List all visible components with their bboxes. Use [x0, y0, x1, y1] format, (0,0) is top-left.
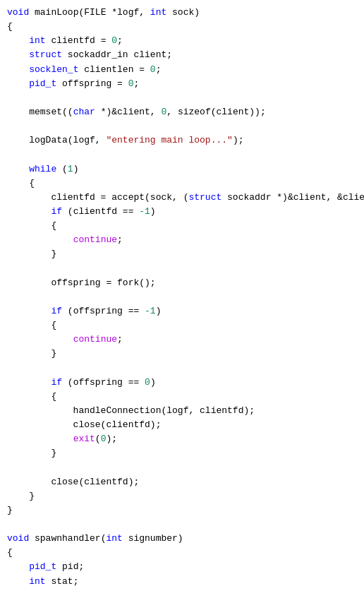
token: int	[150, 7, 166, 18]
token	[7, 377, 51, 388]
token: }	[7, 491, 35, 501]
token: (	[95, 434, 101, 444]
token: offspring =	[56, 78, 128, 89]
token: "entering main loop..."	[106, 135, 232, 145]
token: signumber)	[123, 533, 183, 544]
code-line: logData(logf, "entering main loop...");	[7, 133, 357, 148]
token: clientfd = accept(sock, (	[7, 192, 188, 203]
code-line: if (offspring == 0)	[7, 376, 357, 390]
token: , sizeof(client));	[166, 107, 265, 117]
token	[7, 78, 29, 89]
token: struct	[29, 49, 62, 60]
code-line: ​	[7, 589, 357, 603]
token: mainLoop(FILE *logf,	[29, 7, 150, 18]
token	[7, 234, 73, 245]
token: sockaddr_in client;	[62, 49, 172, 60]
code-line: {	[7, 318, 357, 333]
token: 0	[111, 35, 117, 46]
token: spawnhandler(	[29, 533, 106, 544]
code-line: memset((char *)&client, 0, sizeof(client…	[7, 105, 357, 119]
code-line: socklen_t clientlen = 0;	[7, 63, 357, 77]
token: clientfd =	[46, 35, 112, 46]
token: {	[7, 178, 35, 189]
token: pid;	[56, 561, 84, 572]
token	[7, 561, 29, 572]
token: {	[7, 547, 13, 558]
code-line: void mainLoop(FILE *logf, int sock)	[7, 6, 357, 20]
code-line: {	[7, 20, 357, 34]
token	[7, 35, 29, 46]
code-line: clientfd = accept(sock, (struct sockaddr…	[7, 191, 357, 205]
token: offspring = fork();	[7, 277, 156, 288]
token: ;	[133, 78, 139, 89]
code-line: close(clientfd);	[7, 418, 357, 432]
token	[7, 64, 29, 75]
code-line: if (offspring == -1)	[7, 304, 357, 318]
token: logData(logf,	[7, 135, 106, 145]
token: int	[29, 576, 45, 587]
token: char	[73, 107, 95, 117]
token	[7, 49, 29, 60]
code-editor: void mainLoop(FILE *logf, int sock){ int…	[0, 0, 364, 603]
token: handleConnection(logf, clientfd);	[7, 405, 255, 416]
token: 0	[150, 64, 156, 75]
code-line: }	[7, 247, 357, 261]
code-line: ​	[7, 461, 357, 475]
token: {	[7, 391, 56, 402]
token: }	[7, 448, 56, 458]
code-line: {	[7, 177, 357, 191]
token: if	[51, 306, 62, 316]
token: ;	[156, 64, 162, 75]
token: while	[29, 164, 56, 174]
code-line: ​	[7, 362, 357, 376]
token: stat;	[46, 576, 79, 587]
token: int	[29, 35, 45, 46]
token: pid_t	[29, 561, 56, 572]
token: sock)	[166, 7, 200, 18]
code-line: }	[7, 489, 357, 503]
token: )	[150, 377, 156, 388]
token: close(clientfd);	[7, 477, 139, 487]
code-line: ​	[7, 518, 357, 532]
code-line: pid_t offspring = 0;	[7, 77, 357, 91]
token: void	[7, 533, 29, 544]
token: }	[7, 505, 13, 515]
code-line: ​	[7, 119, 357, 133]
token: );	[233, 135, 244, 145]
token: (	[56, 164, 68, 174]
code-line: }	[7, 503, 357, 518]
code-line: continue;	[7, 233, 357, 247]
token: *)&client,	[95, 107, 162, 117]
code-line: void spawnhandler(int signumber)	[7, 532, 357, 546]
code-line: if (clientfd == -1)	[7, 205, 357, 219]
token: if	[51, 206, 62, 217]
token: {	[7, 21, 13, 32]
code-line: {	[7, 546, 357, 560]
code-line: }	[7, 347, 357, 361]
token: ;	[117, 234, 123, 245]
token: int	[106, 533, 122, 544]
token: void	[7, 7, 29, 18]
token	[7, 164, 29, 174]
token: if	[51, 377, 62, 388]
code-line: offspring = fork();	[7, 276, 357, 290]
token: )	[150, 206, 156, 217]
code-line: handleConnection(logf, clientfd);	[7, 404, 357, 418]
code-line: exit(0);	[7, 432, 357, 446]
token: pid_t	[29, 78, 56, 89]
token: )	[73, 164, 79, 174]
token: continue	[73, 234, 117, 245]
code-line: ​	[7, 290, 357, 304]
code-line: ​	[7, 148, 357, 162]
token: sockaddr *)&client, &clientlen);	[222, 192, 364, 203]
code-line: ​	[7, 91, 357, 105]
code-line: {	[7, 219, 357, 233]
token: ;	[117, 334, 123, 345]
code-line: struct sockaddr_in client;	[7, 48, 357, 62]
code-line: continue;	[7, 333, 357, 347]
token: (offspring ==	[62, 306, 145, 316]
code-line: int clientfd = 0;	[7, 34, 357, 48]
token: -1	[139, 206, 150, 217]
code-line: {	[7, 390, 357, 404]
token: (offspring ==	[62, 377, 145, 388]
